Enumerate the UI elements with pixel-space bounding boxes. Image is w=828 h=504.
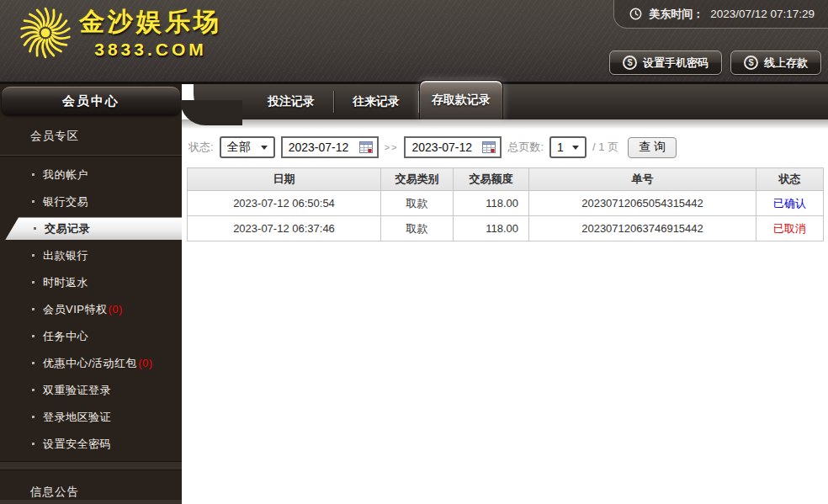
bullet-dot-icon <box>32 281 34 284</box>
table-row: 2023-07-12 06:37:46 取款 118.00 2023071206… <box>188 216 824 241</box>
sidebar-item-login-region-verification[interactable]: 登录地区验证 <box>0 404 182 431</box>
logo-domain: 3833.COM <box>94 40 207 60</box>
sidebar-item-label: 交易记录 <box>45 221 90 236</box>
dollar-icon: $ <box>744 56 758 70</box>
bullet-dot-icon <box>32 362 34 364</box>
sidebar-item-label: 时时返水 <box>43 275 88 290</box>
sidebar-item-label: 银行交易 <box>43 194 88 210</box>
date-from-value: 2023-07-12 <box>289 141 349 154</box>
dollar-icon: $ <box>623 56 637 70</box>
sidebar-item-two-factor-login[interactable]: 双重验证登录 <box>0 377 182 404</box>
sidebar-bottom-band <box>0 500 182 504</box>
cell-type: 取款 <box>381 191 454 216</box>
page-select-value: 1 <box>557 141 564 154</box>
cell-status-cancelled[interactable]: 已取消 <box>756 216 824 241</box>
page: 金沙娱乐场 3833.COM 美东时间： 2023/07/12 07:17:29… <box>0 0 828 504</box>
date-to-value: 2023-07-12 <box>411 141 472 154</box>
sidebar-menu: 我的帐户 银行交易 交易记录 出款银行 时时返水 <box>0 162 182 458</box>
date-to-input[interactable]: 2023-07-12 <box>404 136 502 158</box>
set-mobile-password-button[interactable]: $ 设置手机密码 <box>609 50 722 75</box>
sunburst-logo-icon <box>19 6 72 60</box>
bullet-dot-icon <box>32 200 34 203</box>
site-logo[interactable]: 金沙娱乐场 3833.COM <box>19 5 222 60</box>
total-pages-label: 总页数: <box>507 140 544 155</box>
pages-suffix: / 1 页 <box>592 140 618 155</box>
cell-amount: 118.00 <box>454 216 529 241</box>
chevron-down-icon <box>261 146 268 150</box>
set-mobile-password-label: 设置手机密码 <box>643 56 709 71</box>
bullet-dot-icon <box>34 227 36 230</box>
sidebar-item-label: 我的帐户 <box>43 167 88 183</box>
sidebar-item-label: 优惠中心/活动红包 <box>43 356 137 371</box>
sidebar-title: 会员中心 <box>2 87 180 114</box>
cell-status-confirmed[interactable]: 已确认 <box>756 191 824 216</box>
sidebar-item-label: 双重验证登录 <box>43 383 111 398</box>
cell-date: 2023-07-12 06:50:54 <box>188 191 381 216</box>
vip-badge: (0) <box>108 303 122 316</box>
sidebar-divider-band <box>0 461 182 470</box>
sidebar-item-label: 会员VIP特权 <box>43 302 107 317</box>
tab-label: 存取款记录 <box>432 93 491 108</box>
table-row: 2023-07-12 06:50:54 取款 118.00 2023071206… <box>188 191 824 216</box>
tab-betting-records[interactable]: 投注记录 <box>249 84 333 119</box>
tab-label: 投注记录 <box>268 94 315 109</box>
status-select-value: 全部 <box>227 140 251 155</box>
online-deposit-label: 线上存款 <box>764 56 808 71</box>
bullet-dot-icon <box>32 335 34 337</box>
header-amount: 交易额度 <box>454 168 529 191</box>
bullet-dot-icon <box>32 443 34 445</box>
bullet-dot-icon <box>32 416 34 418</box>
online-deposit-button[interactable]: $ 线上存款 <box>730 50 821 75</box>
table-header-row: 日期 交易类别 交易额度 单号 状态 <box>188 168 824 191</box>
main-content: 投注记录 往来记录 存取款记录 状态: 全部 <box>182 84 828 504</box>
calendar-icon[interactable] <box>482 141 496 153</box>
tab-transfer-records[interactable]: 往来记录 <box>334 84 418 119</box>
status-filter-label: 状态: <box>188 140 214 155</box>
records-table: 日期 交易类别 交易额度 单号 状态 2023-07-12 06:50:54 取… <box>187 167 824 241</box>
sidebar-item-label: 登录地区验证 <box>43 410 111 425</box>
sidebar-item-bank-transactions[interactable]: 银行交易 <box>0 188 182 215</box>
header-status: 状态 <box>756 168 824 191</box>
cell-order-no: 20230712063746915442 <box>529 216 756 241</box>
sidebar-item-security-password[interactable]: 设置安全密码 <box>0 431 182 458</box>
promotions-badge: (0) <box>138 357 152 369</box>
bullet-dot-icon <box>32 308 34 310</box>
sidebar-item-rebate[interactable]: 时时返水 <box>0 269 182 296</box>
record-tabs: 投注记录 往来记录 存取款记录 <box>194 84 828 119</box>
section-member-zone: 会员专区 <box>30 129 182 144</box>
sidebar-item-label: 设置安全密码 <box>43 437 111 452</box>
sidebar-item-label: 任务中心 <box>43 329 88 344</box>
sidebar-item-vip-privileges[interactable]: 会员VIP特权 (0) <box>0 296 182 323</box>
sidebar-item-transaction-records[interactable]: 交易记录 <box>5 217 182 240</box>
header-order-no: 单号 <box>529 168 756 191</box>
sidebar-divider <box>0 155 182 157</box>
sidebar-item-task-center[interactable]: 任务中心 <box>0 323 182 350</box>
tab-label: 往来记录 <box>353 94 400 109</box>
date-from-input[interactable]: 2023-07-12 <box>281 136 379 158</box>
sidebar-item-withdrawal-bank[interactable]: 出款银行 <box>0 242 182 269</box>
sidebar-item-promotions[interactable]: 优惠中心/活动红包 (0) <box>0 350 182 377</box>
time-zone-label: 美东时间： <box>649 7 703 22</box>
page-select[interactable]: 1 <box>549 136 586 158</box>
cell-date: 2023-07-12 06:37:46 <box>188 216 381 241</box>
sidebar-item-my-account[interactable]: 我的帐户 <box>0 162 182 188</box>
section-announcements: 信息公告 <box>30 485 182 500</box>
date-range-separator: >> <box>385 142 399 152</box>
sidebar-item-label: 出款银行 <box>43 248 88 263</box>
bullet-dot-icon <box>32 389 34 391</box>
tab-deposit-withdrawal-records[interactable]: 存取款记录 <box>419 80 503 119</box>
logo-text: 金沙娱乐场 3833.COM <box>79 5 222 60</box>
time-value: 2023/07/12 07:17:29 <box>710 8 815 20</box>
sidebar: 会员中心 会员专区 我的帐户 银行交易 交易记录 出款银行 <box>0 84 182 504</box>
header-date: 日期 <box>188 168 381 191</box>
calendar-icon[interactable] <box>359 141 373 153</box>
header-type: 交易类别 <box>381 168 454 191</box>
chevron-down-icon <box>572 146 579 150</box>
status-select[interactable]: 全部 <box>220 136 275 158</box>
bullet-dot-icon <box>32 254 34 257</box>
tabbar-shadow <box>182 119 828 130</box>
search-button[interactable]: 查 询 <box>628 137 677 158</box>
bullet-dot-icon <box>32 173 34 176</box>
logo-title: 金沙娱乐场 <box>79 5 222 40</box>
server-time-panel: 美东时间： 2023/07/12 07:17:29 <box>613 0 828 29</box>
